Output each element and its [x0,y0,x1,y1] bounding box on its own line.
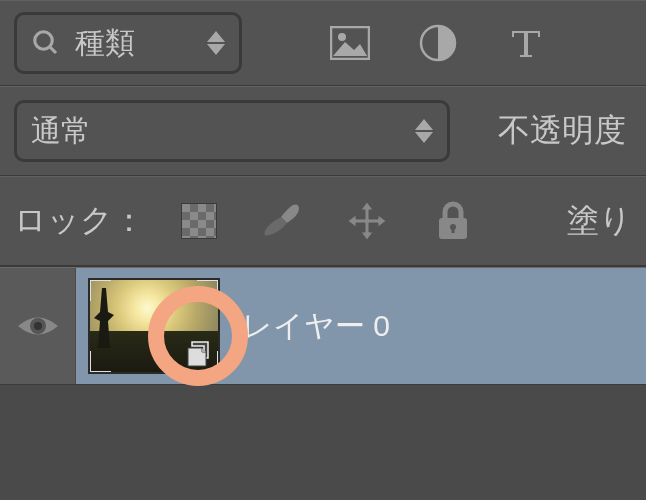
image-filter-button[interactable] [328,21,372,65]
lock-pixels-button[interactable] [259,199,303,243]
layers-list: レイヤー 0 [0,266,646,500]
image-icon [330,26,370,60]
stepper-arrows-icon [207,31,225,55]
layer-visibility-toggle[interactable] [0,268,76,384]
lock-all-button[interactable] [431,199,475,243]
filter-row: 種類 [0,0,646,86]
adjustment-filter-button[interactable] [416,21,460,65]
smart-object-icon [184,338,216,370]
type-filter-button[interactable] [504,21,548,65]
svg-rect-7 [452,227,455,233]
layer-thumbnail[interactable] [88,278,220,374]
svg-point-9 [34,322,42,330]
fill-label: 塗り [567,199,632,243]
filter-type-icons [328,21,548,65]
stepper-arrows-icon [415,119,433,143]
filter-kind-label: 種類 [75,23,135,64]
lock-row: ロック： 塗り [0,176,646,266]
svg-point-0 [35,32,53,50]
move-icon [346,200,388,242]
svg-point-3 [338,33,346,41]
lock-position-button[interactable] [345,199,389,243]
layer-name: レイヤー 0 [242,306,390,347]
lock-transparency-button[interactable] [181,203,217,239]
brush-icon [259,201,303,241]
layer-main[interactable]: レイヤー 0 [76,268,646,384]
type-icon [508,25,544,61]
eye-icon [16,311,60,341]
adjustment-icon [418,23,458,63]
lock-label: ロック： [14,199,145,243]
lock-icon [435,201,471,241]
filter-kind-dropdown[interactable]: 種類 [14,12,242,74]
svg-line-1 [50,47,56,53]
layer-row[interactable]: レイヤー 0 [0,267,646,385]
blend-row: 通常 不透明度 [0,86,646,176]
search-icon [31,28,61,58]
blend-mode-label: 通常 [31,111,91,152]
opacity-label: 不透明度 [498,109,626,153]
blend-mode-dropdown[interactable]: 通常 [14,100,450,162]
layers-empty-area[interactable] [0,385,646,500]
